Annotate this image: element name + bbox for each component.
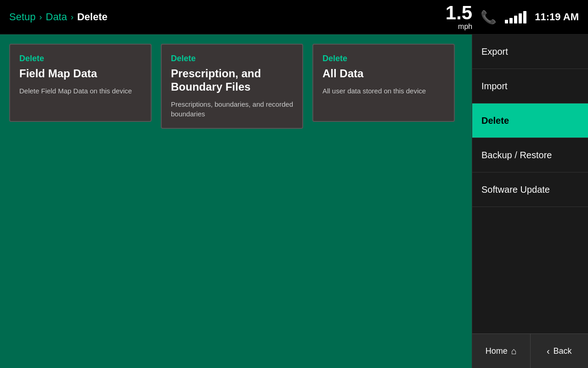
breadcrumb-data[interactable]: Data — [46, 11, 67, 23]
breadcrumb-current: Delete — [77, 11, 107, 23]
sidebar-item-import[interactable]: Import — [472, 69, 588, 104]
sidebar-item-delete[interactable]: Delete — [472, 104, 588, 138]
sidebar-item-software-update[interactable]: Software Update — [472, 172, 588, 207]
home-button[interactable]: Home ⌂ — [472, 334, 531, 368]
card-title-1: Prescription, and Boundary Files — [171, 67, 293, 94]
card-desc-1: Prescriptions, boundaries, and recorded … — [171, 99, 293, 119]
card-delete-label-0: Delete — [19, 54, 141, 63]
back-arrow-icon: ‹ — [547, 346, 550, 356]
breadcrumb-setup[interactable]: Setup — [9, 11, 36, 23]
speed-value: 1.5 — [446, 3, 472, 23]
breadcrumb-sep-2: › — [71, 12, 74, 22]
phone-icon: 📞 — [481, 10, 497, 25]
card-delete-label-2: Delete — [322, 54, 445, 63]
main-layout: Delete Field Map Data Delete Field Map D… — [0, 34, 588, 368]
content-area: Delete Field Map Data Delete Field Map D… — [0, 34, 472, 368]
breadcrumb-sep-1: › — [40, 12, 42, 22]
time-display: 11:19 AM — [535, 11, 579, 23]
sidebar-menu: ExportImportDeleteBackup / RestoreSoftwa… — [472, 34, 588, 334]
signal-bars — [505, 11, 526, 23]
sidebar: ExportImportDeleteBackup / RestoreSoftwa… — [472, 34, 588, 368]
card-0[interactable]: Delete Field Map Data Delete Field Map D… — [9, 44, 152, 122]
status-bar: 1.5 mph 📞 11:19 AM — [446, 3, 579, 31]
sidebar-item-export[interactable]: Export — [472, 34, 588, 69]
card-2[interactable]: Delete All Data All user data stored on … — [312, 44, 455, 122]
speed-display: 1.5 mph — [446, 3, 472, 31]
header: Setup › Data › Delete 1.5 mph 📞 11:19 AM — [0, 0, 588, 34]
home-label: Home — [486, 346, 508, 356]
card-desc-2: All user data stored on this device — [322, 86, 445, 96]
card-delete-label-1: Delete — [171, 54, 293, 63]
card-title-0: Field Map Data — [19, 67, 141, 80]
card-title-2: All Data — [322, 67, 445, 80]
speed-unit: mph — [458, 23, 472, 31]
breadcrumb: Setup › Data › Delete — [9, 11, 107, 23]
card-1[interactable]: Delete Prescription, and Boundary Files … — [161, 44, 303, 129]
sidebar-footer: Home ⌂ ‹ Back — [472, 334, 588, 368]
back-button[interactable]: ‹ Back — [531, 334, 588, 368]
back-label: Back — [554, 346, 572, 356]
home-icon: ⌂ — [511, 346, 517, 356]
card-desc-0: Delete Field Map Data on this device — [19, 86, 141, 96]
sidebar-item-backup-restore[interactable]: Backup / Restore — [472, 138, 588, 172]
